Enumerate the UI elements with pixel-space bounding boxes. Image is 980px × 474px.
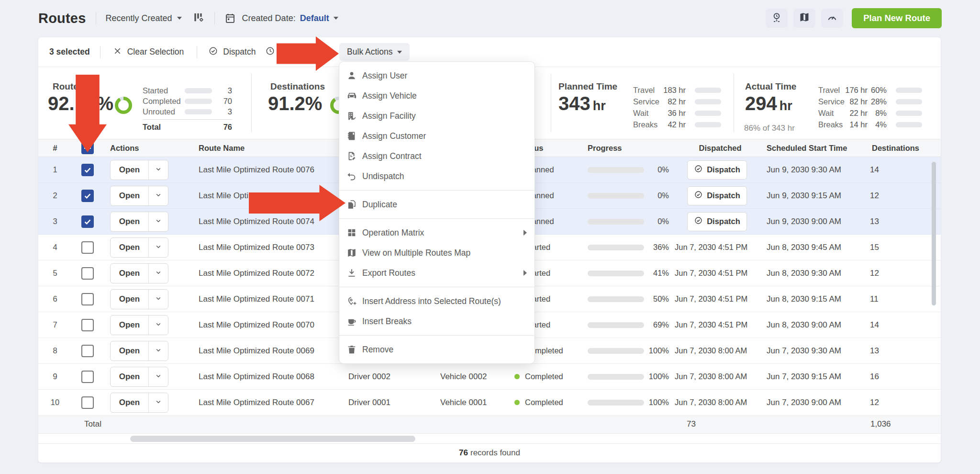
total-destinations: 1,036 bbox=[870, 419, 891, 429]
records-suffix: records found bbox=[470, 448, 520, 458]
bulk-actions-button[interactable]: Bulk Actions bbox=[339, 43, 410, 61]
open-button-chevron[interactable] bbox=[149, 212, 168, 231]
progress-bar bbox=[588, 271, 644, 276]
open-route-button[interactable]: Open bbox=[110, 263, 168, 283]
menu-item-undispatch[interactable]: Undispatch bbox=[339, 166, 535, 186]
dispatch-button-label: Dispatch bbox=[707, 191, 740, 200]
progress-cell: 100% bbox=[579, 398, 675, 407]
row-number: 2 bbox=[38, 191, 72, 200]
menu-item-assign-vehicle[interactable]: Assign Vehicle bbox=[339, 86, 535, 106]
dispatch-button-label: Dispatch bbox=[707, 165, 740, 174]
col-header-route-name: Route Name bbox=[177, 144, 345, 153]
created-date-dropdown[interactable]: Created Date: Default bbox=[224, 12, 338, 24]
menu-item-assign-user[interactable]: Assign User bbox=[339, 66, 535, 86]
row-dispatch-button[interactable]: Dispatch bbox=[687, 186, 747, 205]
destinations-stat-title: Destinations bbox=[270, 81, 325, 92]
open-button-label[interactable]: Open bbox=[111, 238, 149, 257]
stat-breakdown-bar bbox=[695, 88, 721, 93]
open-button-chevron[interactable] bbox=[149, 341, 168, 361]
menu-item-label: Undispatch bbox=[362, 171, 404, 181]
open-button-label[interactable]: Open bbox=[111, 212, 149, 231]
row-checkbox[interactable] bbox=[81, 345, 94, 357]
open-button-label[interactable]: Open bbox=[111, 264, 149, 283]
menu-item-assign-customer[interactable]: Assign Customer bbox=[339, 126, 535, 146]
columns-settings-button[interactable] bbox=[192, 11, 205, 25]
menu-item-insert-breaks[interactable]: Insert Breaks bbox=[339, 311, 535, 331]
route-name-cell: Last Mile Optimized Route 0069 bbox=[177, 346, 345, 356]
clear-selection-button[interactable]: Clear Selection bbox=[112, 46, 184, 58]
menu-item-remove[interactable]: Remove bbox=[339, 339, 535, 360]
open-button-chevron[interactable] bbox=[149, 290, 168, 309]
open-button-chevron[interactable] bbox=[149, 264, 168, 283]
open-button-label[interactable]: Open bbox=[111, 316, 149, 335]
row-checkbox[interactable] bbox=[81, 215, 94, 228]
route-progress-ring bbox=[115, 97, 132, 114]
dispatched-date: Jun 7, 2030 8:00 AM bbox=[675, 398, 766, 407]
plan-new-route-button[interactable]: Plan New Route bbox=[852, 8, 942, 28]
open-button-label[interactable]: Open bbox=[111, 367, 149, 386]
open-route-button[interactable]: Open bbox=[110, 393, 168, 413]
map-view-button[interactable] bbox=[793, 9, 815, 28]
progress-bar bbox=[588, 167, 644, 173]
menu-item-view-on-multiple-routes-map[interactable]: View on Multiple Routes Map bbox=[339, 243, 535, 263]
menu-item-assign-facility[interactable]: Assign Facility bbox=[339, 106, 535, 126]
row-checkbox[interactable] bbox=[81, 396, 94, 409]
row-checkbox[interactable] bbox=[81, 371, 94, 383]
open-route-button[interactable]: Open bbox=[110, 237, 168, 258]
open-button-chevron[interactable] bbox=[149, 186, 168, 205]
menu-item-operation-matrix[interactable]: Operation Matrix bbox=[339, 223, 535, 243]
open-button-chevron[interactable] bbox=[149, 367, 168, 386]
chevron-down-icon bbox=[154, 372, 163, 382]
menu-item-label: Operation Matrix bbox=[362, 228, 424, 238]
open-button-chevron[interactable] bbox=[149, 160, 168, 180]
open-route-button[interactable]: Open bbox=[110, 186, 168, 206]
menu-item-export-routes[interactable]: Export Routes bbox=[339, 263, 535, 283]
stat-breakdown-label: Started bbox=[143, 86, 185, 95]
page-title: Routes bbox=[38, 11, 86, 26]
menu-item-label: Duplicate bbox=[362, 200, 397, 210]
row-dispatch-button[interactable]: Dispatch bbox=[687, 212, 747, 231]
created-date-value: Default bbox=[300, 13, 329, 23]
route-history-button[interactable] bbox=[766, 9, 788, 28]
menu-item-assign-contract[interactable]: Assign Contract bbox=[339, 146, 535, 166]
row-checkbox[interactable] bbox=[81, 267, 94, 280]
open-button-label[interactable]: Open bbox=[111, 341, 149, 361]
row-checkbox[interactable] bbox=[81, 190, 94, 202]
open-route-button[interactable]: Open bbox=[110, 315, 168, 335]
open-button-chevron[interactable] bbox=[149, 393, 168, 412]
sort-dropdown[interactable]: Recently Created bbox=[106, 13, 182, 23]
open-button-label[interactable]: Open bbox=[111, 393, 149, 412]
open-route-button[interactable]: Open bbox=[110, 367, 168, 387]
menu-item-insert-address-into-selected-route-s[interactable]: Insert Address into Selected Route(s) bbox=[339, 291, 535, 311]
stat-breakdown-value: 82 hr bbox=[845, 97, 868, 106]
progress-percent: 100% bbox=[644, 346, 669, 355]
stat-breakdown-label: Wait bbox=[818, 109, 845, 118]
menu-item-duplicate[interactable]: Duplicate bbox=[339, 194, 535, 214]
dashboard-gauge-button[interactable] bbox=[821, 9, 843, 28]
submenu-arrow-icon bbox=[523, 230, 527, 236]
row-checkbox[interactable] bbox=[81, 319, 94, 331]
open-route-button[interactable]: Open bbox=[110, 341, 168, 361]
open-button-chevron[interactable] bbox=[149, 316, 168, 335]
open-button-label[interactable]: Open bbox=[111, 186, 149, 205]
check-circle-icon bbox=[694, 164, 703, 175]
row-checkbox[interactable] bbox=[81, 241, 94, 254]
facility-icon bbox=[346, 111, 357, 121]
row-checkbox[interactable] bbox=[81, 293, 94, 305]
checkbox-cell bbox=[72, 215, 103, 228]
row-checkbox[interactable] bbox=[81, 164, 94, 176]
download-icon bbox=[346, 268, 357, 278]
open-button-label[interactable]: Open bbox=[111, 160, 149, 180]
vertical-scrollbar[interactable] bbox=[932, 162, 936, 305]
open-route-button[interactable]: Open bbox=[110, 160, 168, 180]
submenu-arrow-icon bbox=[523, 270, 527, 276]
open-route-button[interactable]: Open bbox=[110, 289, 168, 309]
planned-time-breakdown: Travel183 hrService82 hrWait36 hrBreaks4… bbox=[633, 84, 746, 130]
open-button-chevron[interactable] bbox=[149, 238, 168, 257]
dispatch-toolbar-button[interactable]: Dispatch bbox=[208, 46, 256, 58]
open-route-button[interactable]: Open bbox=[110, 212, 168, 232]
horizontal-scrollbar[interactable] bbox=[130, 436, 415, 442]
open-button-label[interactable]: Open bbox=[111, 290, 149, 309]
row-dispatch-button[interactable]: Dispatch bbox=[687, 160, 747, 180]
user-icon bbox=[346, 70, 357, 81]
